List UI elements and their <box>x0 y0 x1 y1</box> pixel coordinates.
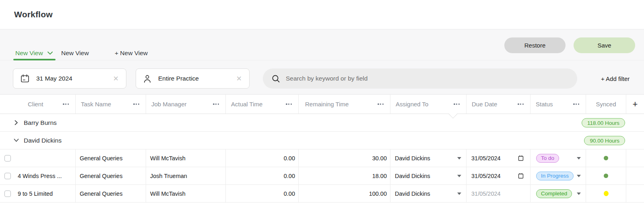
date-filter-value: 31 May 2024 <box>36 75 72 82</box>
caret-down-icon <box>457 157 461 159</box>
table-row: General Queries Will McTavish 0.00 30.00… <box>0 149 644 167</box>
column-menu-icon[interactable] <box>210 104 219 105</box>
group-hours-badge: 90.00 Hours <box>584 136 625 145</box>
job-manager-cell: Josh Trueman <box>150 173 187 179</box>
remaining-time-cell: 100.00 <box>369 191 387 197</box>
client-cell: 4 Winds Press ... <box>18 173 75 179</box>
calendar-icon <box>21 74 29 83</box>
tab-label: New View <box>15 50 43 57</box>
status-dropdown[interactable]: In Progress <box>530 167 586 184</box>
status-badge[interactable]: Completed <box>536 189 572 198</box>
due-date-field: 31/05/2024 <box>466 185 530 202</box>
tab-label: + New View <box>115 50 148 57</box>
search-bar[interactable] <box>263 68 577 89</box>
status-badge[interactable]: To do <box>536 154 559 163</box>
practice-filter-value: Entire Practice <box>158 75 199 82</box>
column-menu-icon[interactable] <box>374 104 384 105</box>
job-manager-cell: Will McTavish <box>150 191 186 197</box>
column-header-due-date[interactable]: Due Date <box>466 95 530 114</box>
column-header-actual-time[interactable]: Actual Time <box>225 95 298 114</box>
search-input[interactable] <box>286 75 568 82</box>
search-icon <box>272 75 280 83</box>
column-header-client[interactable]: Client <box>0 95 75 114</box>
table-header-row: Client Task Name Job Manager Actual Time… <box>0 95 644 114</box>
actual-time-cell: 0.00 <box>284 191 295 197</box>
top-bar: Workflow <box>0 0 644 29</box>
active-tab-underline <box>13 59 56 61</box>
column-header-synced[interactable]: Synced <box>586 95 626 114</box>
calendar-icon[interactable] <box>518 155 524 161</box>
tab-new-view-2[interactable]: New View <box>61 46 89 60</box>
status-dropdown[interactable]: Completed <box>530 185 586 202</box>
add-filter-button[interactable]: + Add filter <box>601 68 630 89</box>
caret-down-icon <box>577 193 581 195</box>
tab-add-new-view[interactable]: + New View <box>115 46 148 60</box>
column-menu-icon[interactable] <box>130 104 139 105</box>
remaining-time-cell: 30.00 <box>372 155 387 162</box>
column-menu-icon[interactable] <box>283 104 292 105</box>
calendar-icon[interactable] <box>518 173 524 179</box>
filter-row: 31 May 2024 ✕ Entire Practice ✕ + Add fi… <box>0 68 644 89</box>
column-header-remaining-time[interactable]: Remaining Time <box>298 95 390 114</box>
practice-filter-chip[interactable]: Entire Practice ✕ <box>136 68 250 89</box>
assigned-to-dropdown[interactable]: David Dickins <box>390 149 466 167</box>
close-icon[interactable]: ✕ <box>113 75 119 83</box>
add-column-button[interactable]: + <box>626 95 644 114</box>
caret-down-icon <box>457 193 461 195</box>
column-header-status[interactable]: Status <box>530 95 586 114</box>
column-header-task-name[interactable]: Task Name <box>75 95 146 114</box>
group-row-david-dickins[interactable]: David Dickins 90.00 Hours <box>0 132 644 149</box>
column-menu-icon[interactable] <box>570 104 579 105</box>
table-row: 9 to 5 Limited General Queries Will McTa… <box>0 185 644 203</box>
chevron-down-icon[interactable] <box>13 139 19 142</box>
table-row: 4 Winds Press ... General Queries Josh T… <box>0 167 644 185</box>
view-tab-strip: New View New View + New View Restore Sav… <box>0 29 644 60</box>
synced-indicator-green <box>604 174 608 178</box>
actual-time-cell: 0.00 <box>284 155 295 162</box>
group-row-barry-burns[interactable]: Barry Burns 118.00 Hours <box>0 114 644 132</box>
status-badge[interactable]: In Progress <box>536 172 574 180</box>
group-name: David Dickins <box>24 137 62 144</box>
due-date-field[interactable]: 31/05/2024 <box>466 149 530 167</box>
restore-button[interactable]: Restore <box>504 37 566 53</box>
row-checkbox[interactable] <box>4 173 11 179</box>
chevron-right-icon[interactable] <box>13 120 19 125</box>
assigned-to-dropdown[interactable]: David Dickins <box>390 185 466 202</box>
task-name-cell: General Queries <box>80 191 122 197</box>
row-checkbox[interactable] <box>4 191 11 197</box>
job-manager-cell: Will McTavish <box>150 155 186 162</box>
close-icon[interactable]: ✕ <box>236 75 242 83</box>
column-header-assigned-to[interactable]: Assigned To <box>390 95 466 114</box>
group-name: Barry Burns <box>24 119 57 126</box>
person-icon <box>143 75 151 83</box>
column-menu-icon[interactable] <box>450 104 460 105</box>
row-checkbox[interactable] <box>4 155 11 162</box>
save-button[interactable]: Save <box>574 37 635 53</box>
due-date-field[interactable]: 31/05/2024 <box>466 167 530 184</box>
view-action-buttons: Restore Save <box>504 37 635 53</box>
synced-indicator-green <box>604 156 608 160</box>
tab-new-view-active[interactable]: New View <box>15 46 53 60</box>
column-header-job-manager[interactable]: Job Manager <box>146 95 225 114</box>
assigned-to-dropdown[interactable]: David Dickins <box>390 167 466 184</box>
page-title: Workflow <box>14 10 53 19</box>
group-hours-badge: 118.00 Hours <box>582 118 625 127</box>
date-filter-chip[interactable]: 31 May 2024 ✕ <box>13 68 126 89</box>
workflow-table: Client Task Name Job Manager Actual Time… <box>0 95 644 203</box>
status-dropdown[interactable]: To do <box>530 149 586 167</box>
chevron-down-icon <box>47 52 53 55</box>
task-name-cell: General Queries <box>80 155 122 162</box>
column-menu-icon[interactable] <box>60 104 69 105</box>
synced-indicator-yellow <box>604 191 609 196</box>
caret-down-icon <box>457 175 461 177</box>
tab-label: New View <box>61 50 89 57</box>
column-menu-icon[interactable] <box>514 104 524 105</box>
task-name-cell: General Queries <box>80 173 122 179</box>
controls-section: New View New View + New View Restore Sav… <box>0 29 644 95</box>
actual-time-cell: 0.00 <box>284 173 295 179</box>
remaining-time-cell: 18.00 <box>372 173 387 179</box>
client-cell: 9 to 5 Limited <box>18 191 75 197</box>
caret-down-icon <box>577 157 581 159</box>
caret-down-icon <box>577 175 581 177</box>
